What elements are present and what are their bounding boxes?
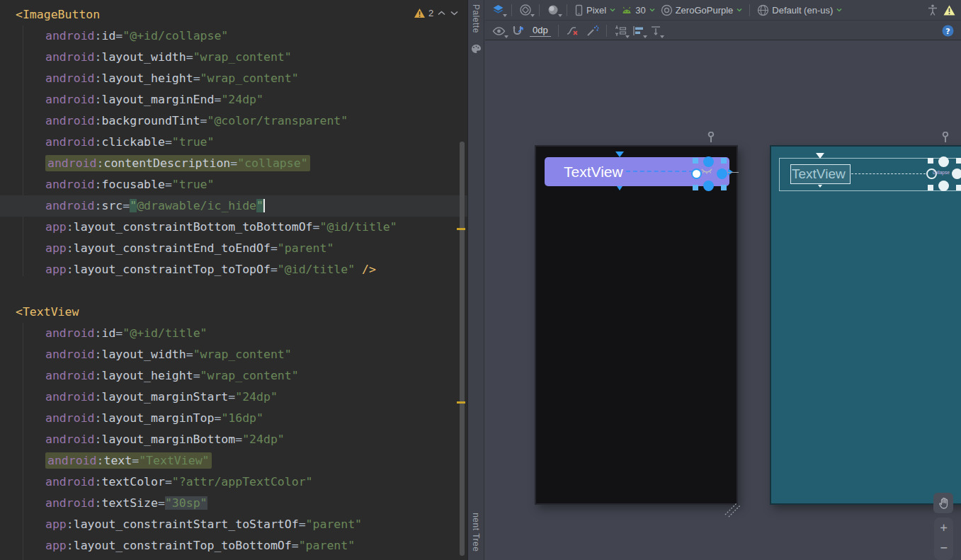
code-line[interactable]: android:layout_marginEnd="24dp": [0, 89, 457, 110]
android-icon: [621, 6, 632, 15]
night-mode-button[interactable]: [545, 1, 562, 18]
code-line[interactable]: [0, 280, 457, 302]
code-token: :: [95, 135, 102, 149]
code-line[interactable]: android:focusable="true": [0, 174, 457, 195]
zoom-out-button[interactable]: −: [934, 537, 953, 557]
code-token: android: [45, 50, 95, 64]
xml-editor[interactable]: <ImageButtonandroid:id="@+id/collapse"an…: [0, 0, 467, 560]
chevron-down-icon: [610, 7, 615, 13]
selection-handle[interactable]: [928, 185, 933, 190]
constraint-anchor[interactable]: [952, 168, 961, 179]
locale-selector[interactable]: Default (en-us): [755, 1, 844, 18]
code-line[interactable]: android:id="@+id/collapse": [0, 25, 457, 47]
theme-selector[interactable]: ZeroGoPurple: [659, 1, 745, 18]
code-line[interactable]: android:layout_height="wrap_content": [0, 68, 457, 89]
code-line[interactable]: android:contentDescription="collapse": [0, 153, 457, 174]
palette-icon[interactable]: [471, 44, 481, 54]
margin-line: [727, 172, 739, 173]
accessibility-icon: [928, 4, 938, 16]
prev-warning-chevron-up-icon[interactable]: [437, 10, 446, 16]
code-token: =: [186, 348, 193, 361]
distribute-button[interactable]: [648, 23, 664, 40]
code-line[interactable]: android:layout_marginBottom="24dp": [0, 429, 457, 450]
svg-text:?: ?: [945, 27, 950, 36]
code-line[interactable]: app:layout_constraintTop_toBottomOf="par…: [0, 535, 457, 556]
code-line[interactable]: android:id="@+id/title": [0, 323, 457, 344]
code-line[interactable]: <TextView: [0, 302, 457, 323]
selection-handle[interactable]: [928, 158, 933, 164]
code-line[interactable]: <ImageButton: [0, 4, 457, 25]
code-token: "24dp": [242, 433, 285, 446]
code-token: =: [193, 369, 200, 382]
code-token: <ImageButton: [16, 8, 100, 21]
constraint-anchor[interactable]: [938, 181, 949, 191]
orientation-button[interactable]: [517, 1, 534, 18]
code-token: android: [45, 411, 95, 425]
code-line[interactable]: android:layout_height="wrap_content": [0, 365, 457, 387]
resize-grip[interactable]: [722, 499, 742, 519]
view-options-button[interactable]: [490, 23, 508, 40]
selection-handle[interactable]: [721, 158, 727, 164]
constraint-anchor[interactable]: [717, 168, 727, 179]
resize-wrench-icon[interactable]: [705, 132, 717, 143]
palette-tab[interactable]: Palette: [471, 4, 481, 36]
code-line[interactable]: android:text="TextView": [0, 450, 457, 472]
infer-constraints-button[interactable]: [584, 23, 601, 40]
selection-handle[interactable]: [956, 185, 961, 190]
design-surface[interactable]: TextView TextV: [485, 41, 961, 560]
default-margin-dropdown[interactable]: 0dp: [530, 25, 551, 37]
design-preview-screen[interactable]: TextView: [535, 145, 738, 505]
code-line[interactable]: app:layout_constraintEnd_toEndOf="parent…: [0, 238, 457, 259]
zoom-in-button[interactable]: +: [934, 518, 953, 537]
clear-constraints-button[interactable]: [564, 23, 582, 40]
code-token: "parent": [278, 241, 334, 255]
code-token: android: [45, 178, 95, 191]
api-selector[interactable]: 30: [619, 1, 656, 18]
accessibility-button[interactable]: [926, 1, 940, 18]
code-line[interactable]: app:layout_constraintBottom_toBottomOf="…: [0, 217, 457, 238]
code-token: layout_marginTop: [101, 411, 214, 425]
help-button[interactable]: ?: [940, 23, 956, 40]
selection-handle[interactable]: [721, 185, 727, 190]
constraint-anchor[interactable]: [938, 156, 949, 167]
autoconnect-button[interactable]: [509, 23, 526, 40]
dropdown-arrow-icon: [660, 35, 664, 38]
component-tree-tab[interactable]: Component Tree: [468, 513, 484, 560]
constraint-line: [626, 171, 693, 172]
chevron-down-icon: [836, 7, 842, 13]
selection-handle[interactable]: [693, 185, 698, 190]
inspection-widget[interactable]: 2: [414, 8, 459, 18]
code-token: "@id/title": [278, 263, 355, 276]
code-token: "parent": [299, 539, 355, 552]
render-warning-button[interactable]: [941, 1, 957, 18]
resize-wrench-icon[interactable]: [940, 132, 951, 143]
blueprint-preview-screen[interactable]: TextView collapse: [770, 145, 961, 505]
code-line[interactable]: android:layout_marginStart="24dp": [0, 387, 457, 408]
code-line[interactable]: android:backgroundTint="@color/transpare…: [0, 110, 457, 132]
code-line[interactable]: app:layout_constraintTop_toTopOf="@id/ti…: [0, 259, 457, 280]
warning-stripe-mark[interactable]: [457, 228, 465, 230]
editor-scrollbar[interactable]: [460, 142, 465, 556]
align-button[interactable]: [630, 23, 647, 40]
code-line[interactable]: android:textColor="?attr/appTextColor": [0, 472, 457, 493]
design-blueprint-selector-button[interactable]: [490, 1, 506, 18]
code-line[interactable]: app:layout_constraintStart_toStartOf="pa…: [0, 514, 457, 535]
textview-outline[interactable]: TextView: [790, 164, 851, 184]
code-line[interactable]: android:clickable="true": [0, 132, 457, 153]
device-selector[interactable]: Pixel: [572, 1, 618, 18]
code-token: "@color/transparent": [207, 114, 348, 127]
pack-button[interactable]: [612, 23, 629, 40]
warning-stripe-mark[interactable]: [457, 401, 465, 404]
constraint-anchor[interactable]: [703, 156, 714, 167]
constraint-anchor[interactable]: [703, 181, 714, 191]
code-line[interactable]: android:src="@drawable/ic_hide": [0, 195, 467, 217]
pan-tool-button[interactable]: [933, 493, 953, 513]
code-line[interactable]: android:layout_width="wrap_content": [0, 47, 457, 68]
next-warning-chevron-down-icon[interactable]: [450, 10, 459, 16]
help-icon: ?: [942, 25, 954, 37]
selection-handle[interactable]: [956, 158, 961, 164]
code-line[interactable]: android:layout_marginTop="16dp": [0, 408, 457, 429]
code-line[interactable]: android:layout_width="wrap_content": [0, 344, 457, 365]
selection-handle[interactable]: [693, 158, 698, 164]
code-line[interactable]: android:textSize="30sp": [0, 493, 457, 514]
